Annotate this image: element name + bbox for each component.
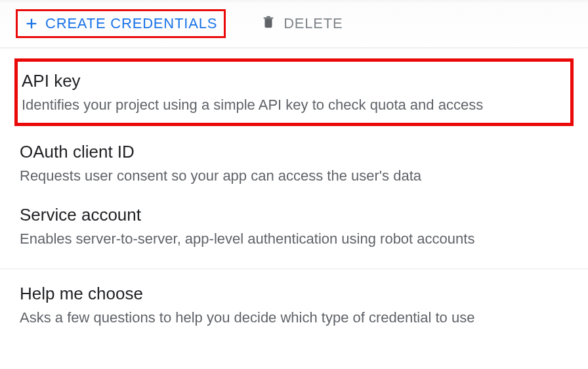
menu-item-title: API key [22, 71, 566, 91]
menu-item-oauth-client-id[interactable]: OAuth client ID Requests user consent so… [0, 126, 588, 196]
menu-separator [0, 269, 588, 269]
menu-item-desc: Enables server-to-server, app-level auth… [20, 229, 568, 249]
credentials-menu: API key Identifies your project using a … [0, 58, 588, 338]
delete-label: DELETE [284, 15, 343, 32]
delete-button[interactable]: DELETE [255, 9, 349, 38]
create-credentials-label: CREATE CREDENTIALS [45, 15, 217, 32]
menu-item-title: Service account [20, 205, 568, 225]
plus-icon [24, 16, 39, 31]
menu-item-service-account[interactable]: Service account Enables server-to-server… [0, 196, 588, 259]
menu-item-desc: Identifies your project using a simple A… [22, 95, 566, 115]
toolbar: CREATE CREDENTIALS DELETE [0, 0, 588, 48]
menu-item-desc: Asks a few questions to help you decide … [20, 308, 568, 328]
menu-item-desc: Requests user consent so your app can ac… [20, 166, 568, 186]
menu-item-help-me-choose[interactable]: Help me choose Asks a few questions to h… [0, 274, 588, 338]
trash-icon [261, 13, 276, 34]
menu-item-api-key[interactable]: API key Identifies your project using a … [14, 58, 574, 126]
menu-item-title: OAuth client ID [20, 142, 568, 162]
menu-item-title: Help me choose [20, 284, 568, 304]
create-credentials-button[interactable]: CREATE CREDENTIALS [16, 9, 226, 38]
